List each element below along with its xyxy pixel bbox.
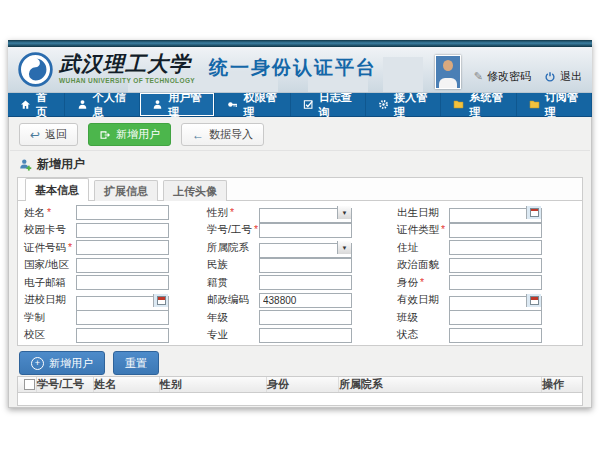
- class-input[interactable]: [449, 310, 542, 325]
- address-input[interactable]: [449, 240, 542, 255]
- political-status-input[interactable]: [449, 258, 542, 273]
- campus-label: 校区: [24, 328, 76, 342]
- gear-icon: [378, 99, 389, 110]
- app-header: 武汉理工大学 WUHAN UNIVERSITY OF TECHNOLOGY 统一…: [8, 47, 592, 93]
- country-region-input[interactable]: [76, 258, 169, 273]
- tab-extended-info[interactable]: 扩展信息: [94, 180, 158, 201]
- reset-button[interactable]: 重置: [113, 351, 159, 375]
- gender-select[interactable]: ▼: [259, 205, 352, 220]
- class-field: 班级: [397, 310, 542, 325]
- valid-date-label: 有效日期: [397, 293, 449, 307]
- department-field: 所属院系▼: [207, 240, 397, 255]
- calendar-button[interactable]: [526, 206, 541, 219]
- student-employee-no-input[interactable]: [259, 223, 352, 238]
- log-icon: [303, 99, 314, 110]
- name-label: 姓名*: [24, 206, 76, 220]
- add-user-icon: [99, 129, 111, 141]
- nav-item-profile[interactable]: 个人信息: [65, 93, 140, 116]
- birth-date-field: 出生日期: [397, 205, 542, 220]
- name-input[interactable]: [76, 205, 169, 220]
- postal-code-input[interactable]: [259, 293, 352, 308]
- study-length-input[interactable]: [76, 310, 169, 325]
- calendar-button[interactable]: [153, 294, 168, 307]
- campus-input[interactable]: [76, 328, 169, 343]
- main-nav: 首页个人信息用户管理权限管理日志查询接入管理系统管理订阅管理: [8, 93, 592, 118]
- page: 武汉理工大学 WUHAN UNIVERSITY OF TECHNOLOGY 统一…: [0, 0, 600, 450]
- add-user-toolbar-button[interactable]: 新增用户: [88, 123, 171, 146]
- header-user-area: ✎ 修改密码 退出: [435, 55, 582, 89]
- valid-date-input-wrap: [449, 293, 542, 308]
- ethnicity-input[interactable]: [259, 258, 352, 273]
- nav-item-system-management[interactable]: 系统管理: [441, 93, 516, 116]
- status-field: 状态: [397, 328, 542, 343]
- column-header-gender: 性别: [160, 377, 267, 392]
- grade-input[interactable]: [259, 310, 352, 325]
- back-arrow-icon: ↩: [30, 129, 40, 141]
- native-place-field: 籍贯: [207, 275, 397, 290]
- email-input[interactable]: [76, 275, 169, 290]
- study-length-field: 学制: [24, 310, 207, 325]
- nav-item-home[interactable]: 首页: [8, 93, 65, 116]
- nav-item-user-management[interactable]: 用户管理: [140, 93, 215, 116]
- major-field: 专业: [207, 328, 397, 343]
- id-type-label: 证件类型*: [397, 223, 449, 237]
- submit-add-user-button[interactable]: + 新增用户: [19, 351, 105, 375]
- calendar-icon: [530, 296, 539, 305]
- nav-item-access-management[interactable]: 接入管理: [366, 93, 441, 116]
- calendar-icon: [530, 208, 539, 217]
- back-button[interactable]: ↩ 返回: [19, 123, 78, 146]
- department-select[interactable]: ▼: [259, 240, 352, 255]
- postal-code-label: 邮政编码: [207, 293, 259, 307]
- status-label: 状态: [397, 328, 449, 342]
- nav-item-label: 首页: [36, 90, 52, 120]
- nav-item-label: 日志查询: [319, 90, 353, 120]
- section-title-text: 新增用户: [37, 156, 85, 173]
- tab-basic-info[interactable]: 基本信息: [25, 178, 89, 201]
- select-all-checkbox[interactable]: [24, 379, 35, 390]
- campus-card-no-label: 校园卡号: [24, 223, 76, 237]
- nav-item-subscription-management[interactable]: 订阅管理: [517, 93, 592, 116]
- calendar-icon: [157, 296, 166, 305]
- change-password-link[interactable]: ✎ 修改密码: [474, 69, 531, 84]
- nav-item-label: 个人信息: [93, 90, 127, 120]
- toolbar-divider: [10, 150, 590, 151]
- submit-add-user-label: 新增用户: [49, 356, 93, 371]
- nav-item-permission-management[interactable]: 权限管理: [215, 93, 290, 116]
- chevron-down-icon[interactable]: ▼: [337, 241, 351, 254]
- column-header-label: 姓名: [94, 377, 116, 392]
- university-name-block: 武汉理工大学 WUHAN UNIVERSITY OF TECHNOLOGY: [59, 51, 195, 84]
- nav-item-log-query[interactable]: 日志查询: [291, 93, 366, 116]
- column-header-label: 性别: [160, 377, 182, 392]
- tab-upload-avatar[interactable]: 上传头像: [163, 180, 227, 201]
- tab-label: 基本信息: [35, 183, 79, 198]
- grade-field: 年级: [207, 310, 397, 325]
- id-type-input[interactable]: [449, 223, 542, 238]
- entry-date-input-wrap: [76, 293, 169, 308]
- birth-date-label: 出生日期: [397, 206, 449, 220]
- folder-icon: [453, 99, 464, 110]
- nav-item-label: 用户管理: [168, 90, 202, 120]
- major-input[interactable]: [259, 328, 352, 343]
- nav-item-label: 系统管理: [469, 90, 503, 120]
- building-silhouette: [383, 57, 423, 92]
- political-status-field: 政治面貌: [397, 258, 542, 273]
- power-icon: [544, 71, 556, 83]
- ethnicity-field: 民族: [207, 258, 397, 273]
- native-place-input[interactable]: [259, 275, 352, 290]
- column-header-name: 姓名: [94, 377, 160, 392]
- window-top-strip: [8, 40, 592, 47]
- status-input[interactable]: [449, 328, 542, 343]
- chevron-down-icon[interactable]: ▼: [337, 206, 351, 219]
- calendar-button[interactable]: [526, 294, 541, 307]
- campus-card-no-input[interactable]: [76, 223, 169, 238]
- identity-input[interactable]: [449, 275, 542, 290]
- address-field: 住址: [397, 240, 542, 255]
- gender-field: 性别*▼: [207, 205, 397, 220]
- data-import-button[interactable]: ← 数据导入: [181, 123, 264, 146]
- users-table: 学号/工号姓名性别身份所属院系操作: [17, 376, 583, 406]
- logout-link[interactable]: 退出: [544, 69, 582, 84]
- home-icon: [20, 99, 31, 110]
- id-number-input[interactable]: [76, 240, 169, 255]
- change-password-label: 修改密码: [487, 69, 531, 84]
- ethnicity-label: 民族: [207, 258, 259, 272]
